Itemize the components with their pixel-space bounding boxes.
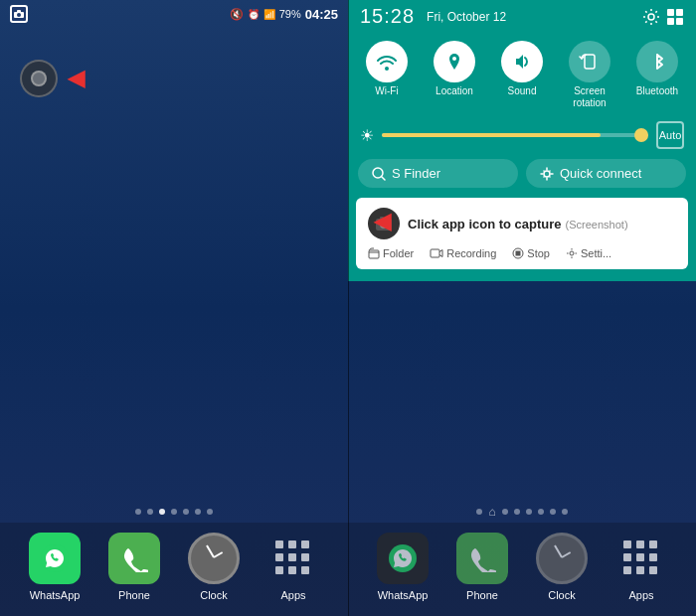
right-status-icons	[642, 8, 684, 26]
red-arrow-notification: ◀	[374, 209, 391, 234]
apps-grid-right	[623, 540, 659, 576]
svg-rect-5	[667, 9, 674, 16]
rdock-clock[interactable]: Clock	[536, 533, 588, 601]
page-indicators	[0, 501, 348, 523]
svg-rect-10	[585, 55, 595, 69]
whatsapp-right-icon[interactable]	[377, 533, 429, 584]
notif-stop[interactable]: Stop	[512, 247, 550, 259]
svg-point-13	[543, 170, 545, 172]
apps-label: Apps	[280, 589, 305, 601]
alarm-icon: ⏰	[248, 9, 260, 20]
svg-rect-22	[431, 249, 439, 257]
grid-icon[interactable]	[666, 8, 684, 26]
wifi-icon[interactable]	[366, 41, 408, 82]
qs-bluetooth[interactable]: Bluetooth	[630, 41, 685, 109]
auto-brightness-toggle[interactable]: Auto	[656, 121, 684, 149]
quick-settings-row: Wi-Fi Location	[348, 33, 696, 117]
search-row: S Finder Quick connect	[348, 153, 696, 194]
red-arrow-indicator: ◀	[68, 66, 85, 91]
auto-label: Auto	[659, 129, 682, 141]
app-dock-left: WhatsApp Phone Clock	[0, 523, 348, 616]
bluetooth-label: Bluetooth	[636, 85, 678, 97]
dock-whatsapp[interactable]: WhatsApp	[29, 533, 81, 601]
settings-action-label: Setti...	[581, 247, 611, 259]
dock-apps[interactable]: Apps	[267, 533, 319, 601]
location-label: Location	[435, 85, 473, 97]
notif-recording[interactable]: Recording	[430, 247, 496, 259]
svg-point-9	[452, 57, 456, 61]
svg-point-25	[570, 251, 574, 255]
rotation-icon[interactable]	[569, 41, 610, 82]
svg-rect-6	[676, 9, 683, 16]
phone-app-icon[interactable]	[108, 533, 160, 584]
settings-icon[interactable]	[642, 8, 660, 26]
notification-actions: Folder Recording Stop	[368, 247, 676, 259]
whatsapp-right-label: WhatsApp	[378, 589, 429, 601]
stop-label: Stop	[527, 247, 550, 259]
whatsapp-label: WhatsApp	[30, 589, 81, 601]
time-label-left: 04:25	[305, 7, 338, 22]
wifi-label: Wi-Fi	[375, 85, 398, 97]
location-icon[interactable]	[434, 41, 475, 82]
bottom-dock-left: WhatsApp Phone Clock	[0, 501, 348, 616]
qs-sound[interactable]: Sound	[495, 41, 550, 109]
svg-point-16	[549, 176, 551, 178]
time-display-right: 15:28	[360, 5, 415, 28]
mute-icon: 🔇	[230, 8, 244, 21]
camera-status-icon	[10, 5, 28, 23]
page-indicators-right: ⌂	[348, 501, 696, 523]
assistive-touch-button[interactable]	[20, 60, 58, 97]
sound-icon[interactable]	[501, 41, 543, 82]
signal-icon: 📶	[263, 9, 275, 20]
page-dot-7	[207, 509, 213, 515]
qs-location[interactable]: Location	[428, 41, 482, 109]
apps-right-label: Apps	[628, 589, 653, 601]
phone-label: Phone	[118, 589, 150, 601]
brightness-fill	[382, 133, 601, 137]
dock-clock[interactable]: Clock	[188, 533, 240, 601]
svg-point-14	[549, 170, 551, 172]
svg-point-4	[648, 14, 654, 20]
notification-title: Click app icon to capture	[408, 217, 562, 231]
time-date-group: 15:28 Fri, October 12	[360, 5, 506, 28]
left-phone-screen: 🔇 ⏰ 📶 79% 04:25 ◀	[0, 0, 348, 616]
clock-right-icon[interactable]	[536, 533, 588, 584]
rdock-whatsapp[interactable]: WhatsApp	[377, 533, 429, 601]
dock-phone[interactable]: Phone	[108, 533, 160, 601]
s-finder-button[interactable]: S Finder	[358, 159, 518, 188]
page-dot-6	[195, 509, 201, 515]
brightness-thumb[interactable]	[634, 128, 648, 142]
whatsapp-app-icon[interactable]	[29, 533, 81, 584]
recording-label: Recording	[446, 247, 496, 259]
notification-panel: 15:28 Fri, October 12	[348, 0, 696, 281]
notif-folder[interactable]: Folder	[368, 247, 414, 259]
rotation-label: Screen rotation	[573, 85, 606, 109]
s-finder-label: S Finder	[392, 166, 440, 181]
brightness-icon: ☀	[360, 126, 374, 145]
svg-rect-7	[667, 18, 674, 25]
sound-label: Sound	[508, 85, 537, 97]
rdot-3	[514, 509, 520, 515]
bluetooth-icon[interactable]	[636, 41, 678, 82]
phone-right-icon[interactable]	[456, 533, 508, 584]
qs-rotation[interactable]: Screen rotation	[563, 41, 617, 109]
status-bar-right: 15:28 Fri, October 12	[348, 0, 696, 33]
apps-right-icon[interactable]	[615, 533, 667, 584]
rdock-phone[interactable]: Phone	[456, 533, 508, 601]
floating-circle-control[interactable]: ◀	[20, 60, 85, 97]
qs-wifi[interactable]: Wi-Fi	[360, 41, 415, 109]
quick-connect-button[interactable]: Quick connect	[526, 159, 686, 188]
home-indicator: ⌂	[488, 509, 495, 515]
brightness-slider[interactable]	[382, 133, 648, 137]
date-display-right: Fri, October 12	[427, 10, 506, 24]
rdot-6	[550, 509, 556, 515]
rdock-apps[interactable]: Apps	[615, 533, 667, 601]
rdot-2	[502, 509, 508, 515]
clock-app-icon[interactable]	[188, 533, 240, 584]
page-dot-2	[147, 509, 153, 515]
apps-app-icon[interactable]	[267, 533, 319, 584]
page-dot-1	[135, 509, 141, 515]
notif-settings[interactable]: Setti...	[566, 247, 611, 259]
screen-divider	[348, 0, 349, 616]
page-dot-5	[183, 509, 189, 515]
